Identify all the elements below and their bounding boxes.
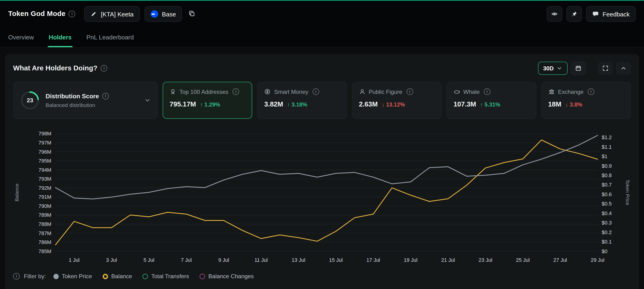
svg-text:796M: 796M [38, 149, 51, 155]
pencil-icon [90, 11, 97, 17]
collapse-panel-button[interactable] [616, 62, 631, 75]
expand-icon [602, 65, 608, 72]
pin-icon [571, 11, 578, 17]
category-header: Public Figurei [359, 88, 434, 95]
category-card-smart-money[interactable]: Smart Moneyi3.82M↑ 3.18% [257, 82, 347, 119]
panel-title: What Are Holders Doing? [13, 64, 98, 72]
legend-dot [53, 273, 58, 279]
chain-selector-button[interactable]: Base [144, 6, 182, 22]
panel-header: What Are Holders Doing? i 30D [13, 54, 631, 75]
category-value: 795.17M [170, 100, 196, 108]
info-icon[interactable]: i [101, 65, 107, 72]
base-chain-icon [151, 10, 158, 18]
info-icon[interactable]: i [102, 93, 109, 99]
svg-text:798M: 798M [38, 131, 51, 137]
tab-bar: Overview Holders PnL Leaderboard [0, 27, 644, 47]
balance-line [56, 140, 598, 245]
category-value: 2.63M [359, 100, 378, 108]
distribution-score-card[interactable]: 23 Distribution Score i Balanced distrib… [13, 82, 158, 119]
category-card-public-figure[interactable]: Public Figurei2.63M↓ 13.12% [352, 82, 442, 119]
info-icon[interactable]: i [312, 88, 319, 95]
date-range-value: 30D [543, 65, 554, 72]
category-values: 107.3M↑ 5.31% [454, 100, 529, 108]
chevron-down-icon [556, 65, 563, 72]
svg-text:$0.7: $0.7 [602, 182, 612, 188]
legend-label: Balance Changes [208, 273, 254, 280]
category-change: ↑ 5.31% [480, 102, 500, 108]
svg-text:$0.9: $0.9 [602, 163, 612, 169]
tab-holders-label: Holders [49, 34, 72, 41]
legend-item-balance[interactable]: Balance [103, 273, 132, 280]
svg-text:792M: 792M [38, 185, 51, 191]
svg-text:$1: $1 [602, 153, 607, 159]
top-100-icon [170, 88, 176, 95]
svg-text:787M: 787M [38, 230, 51, 236]
info-icon[interactable]: i [406, 88, 413, 95]
calendar-icon [575, 65, 582, 72]
svg-text:13 Jul: 13 Jul [292, 257, 305, 263]
tab-holders[interactable]: Holders [49, 27, 72, 47]
category-header: Smart Moneyi [264, 88, 340, 95]
svg-text:$0.6: $0.6 [602, 191, 612, 197]
tab-pnl-label: PnL Leaderboard [86, 34, 134, 41]
svg-text:5 Jul: 5 Jul [144, 257, 154, 263]
legend-item-token-price[interactable]: Token Price [53, 273, 92, 280]
copy-address-button[interactable] [188, 9, 196, 19]
calendar-button[interactable] [571, 62, 586, 75]
fullscreen-button[interactable] [598, 62, 613, 75]
svg-text:27 Jul: 27 Jul [553, 257, 567, 263]
distribution-score-text: Distribution Score i Balanced distributi… [46, 92, 109, 108]
distribution-gauge: 23 [20, 91, 40, 110]
legend-item-balance-changes[interactable]: Balance Changes [200, 273, 254, 280]
distribution-score-sublabel: Balanced distribution [46, 102, 109, 108]
svg-text:$0.1: $0.1 [602, 239, 612, 245]
svg-text:$0.4: $0.4 [602, 210, 612, 216]
svg-text:785M: 785M [38, 248, 51, 254]
legend-label: Token Price [62, 273, 92, 280]
svg-text:21 Jul: 21 Jul [441, 257, 455, 263]
holder-categories-row: 23 Distribution Score i Balanced distrib… [13, 82, 631, 119]
watch-button[interactable] [547, 6, 562, 22]
svg-text:791M: 791M [38, 194, 51, 200]
info-icon[interactable]: i [484, 88, 490, 95]
category-label: Exchange [558, 88, 584, 95]
category-card-exchange[interactable]: Exchangei18M↓ 3.8% [541, 82, 631, 119]
category-header: Exchangei [548, 88, 624, 95]
chevron-down-icon [144, 97, 151, 104]
feedback-button[interactable]: Feedback [586, 6, 636, 22]
category-card-whale[interactable]: Whalei107.3M↑ 5.31% [446, 82, 536, 119]
svg-text:795M: 795M [38, 158, 51, 164]
svg-text:15 Jul: 15 Jul [329, 257, 342, 263]
info-icon[interactable]: i [588, 88, 594, 95]
pin-button[interactable] [566, 6, 582, 22]
legend-item-total-transfers[interactable]: Total Transfers [143, 273, 189, 280]
top-bar: Token God Mode i [KTA] Keeta Base Feedba… [0, 1, 644, 27]
token-name: [KTA] Keeta [101, 11, 134, 18]
token-selector-button[interactable]: [KTA] Keeta [84, 6, 140, 22]
info-icon[interactable]: i [13, 273, 20, 280]
svg-text:$0.8: $0.8 [602, 172, 612, 178]
exchange-icon [548, 88, 555, 95]
date-range-dropdown[interactable]: 30D [538, 62, 568, 75]
copy-icon [189, 10, 195, 17]
holders-chart[interactable]: 798M797M796M795M794M793M792M791M790M789M… [13, 128, 631, 270]
category-values: 3.82M↑ 3.18% [264, 100, 340, 108]
filter-by-label: Filter by: [24, 273, 46, 280]
svg-text:786M: 786M [38, 239, 51, 245]
info-icon[interactable]: i [69, 11, 75, 17]
category-value: 107.3M [454, 100, 476, 108]
smart-money-icon [264, 88, 271, 95]
category-value: 18M [548, 100, 561, 108]
svg-text:Balance: Balance [14, 183, 20, 201]
svg-text:$0.3: $0.3 [602, 220, 612, 226]
svg-text:794M: 794M [38, 167, 51, 173]
category-label: Smart Money [274, 88, 308, 95]
category-card-top-100-addresses[interactable]: Top 100 Addressesi795.17M↑ 1.29% [163, 82, 252, 119]
legend-dot [143, 273, 148, 279]
tab-overview[interactable]: Overview [8, 27, 34, 47]
svg-text:$1.1: $1.1 [602, 144, 612, 150]
category-label: Whale [463, 88, 480, 95]
info-icon[interactable]: i [232, 88, 239, 95]
legend-label: Balance [111, 273, 132, 280]
tab-pnl-leaderboard[interactable]: PnL Leaderboard [86, 27, 134, 47]
